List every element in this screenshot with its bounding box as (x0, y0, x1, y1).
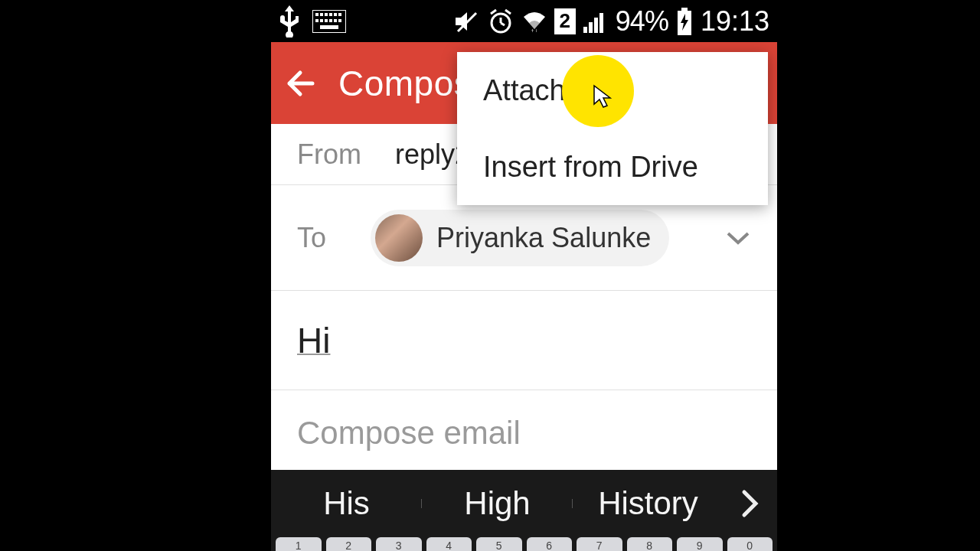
svg-rect-10 (329, 19, 332, 22)
status-bar: ↑↓ 2 94% 19:13 (271, 0, 777, 42)
svg-text:↑↓: ↑↓ (531, 27, 538, 32)
wifi-icon: ↑↓ (522, 11, 547, 32)
suggestion-1[interactable]: His (271, 485, 422, 522)
svg-rect-21 (583, 27, 587, 33)
sim-badge: 2 (554, 8, 576, 34)
from-label: From (297, 139, 361, 171)
avatar (375, 214, 423, 262)
subject-text: Hi (297, 320, 330, 361)
svg-rect-7 (315, 19, 318, 22)
svg-rect-13 (320, 25, 338, 29)
key-3[interactable]: 3 (376, 537, 422, 551)
status-left (279, 5, 346, 37)
svg-rect-1 (315, 13, 318, 16)
svg-rect-24 (599, 13, 603, 33)
menu-insert-drive[interactable]: Insert from Drive (457, 129, 768, 205)
svg-rect-9 (325, 19, 328, 22)
keyboard-number-row: 1 2 3 4 5 6 7 8 9 0 (271, 537, 777, 551)
key-4[interactable]: 4 (426, 537, 472, 551)
suggestion-3[interactable]: History (573, 485, 724, 522)
phone-screen: ↑↓ 2 94% 19:13 Compose From reply2 To Pr… (271, 0, 777, 551)
subject-row[interactable]: Hi (271, 291, 777, 390)
cursor-icon (593, 84, 614, 110)
svg-rect-3 (325, 13, 328, 16)
key-0[interactable]: 0 (727, 537, 773, 551)
key-2[interactable]: 2 (326, 537, 372, 551)
key-6[interactable]: 6 (527, 537, 573, 551)
svg-rect-26 (681, 8, 688, 11)
svg-rect-6 (338, 13, 341, 16)
svg-line-18 (491, 10, 496, 14)
svg-rect-11 (334, 19, 337, 22)
svg-line-17 (501, 23, 505, 25)
svg-rect-5 (334, 13, 337, 16)
svg-rect-23 (594, 18, 598, 33)
back-icon[interactable] (285, 68, 315, 99)
svg-line-19 (505, 10, 511, 14)
usb-icon (279, 5, 300, 37)
key-8[interactable]: 8 (627, 537, 673, 551)
signal-icon (583, 10, 608, 33)
battery-charging-icon (676, 8, 693, 35)
keyboard-icon (312, 10, 346, 33)
svg-rect-12 (338, 19, 341, 22)
compose-body[interactable]: Compose email (271, 390, 777, 476)
suggestion-next-icon[interactable] (724, 488, 777, 519)
key-5[interactable]: 5 (476, 537, 522, 551)
battery-percent: 94% (616, 5, 668, 37)
to-label: To (297, 222, 326, 254)
contact-chip[interactable]: Priyanka Salunke (371, 210, 669, 266)
chevron-down-icon[interactable] (725, 230, 751, 246)
keyboard-suggestions: His High History (271, 470, 777, 537)
svg-rect-22 (589, 22, 593, 33)
mute-icon (453, 8, 479, 34)
suggestion-2[interactable]: High (422, 485, 573, 522)
clock-time: 19:13 (701, 5, 769, 37)
alarm-icon (487, 8, 514, 35)
svg-rect-8 (320, 19, 323, 22)
key-1[interactable]: 1 (276, 537, 322, 551)
key-7[interactable]: 7 (577, 537, 622, 551)
status-right: ↑↓ 2 94% 19:13 (453, 5, 769, 37)
key-9[interactable]: 9 (677, 537, 723, 551)
svg-rect-4 (329, 13, 332, 16)
svg-rect-2 (320, 13, 323, 16)
contact-name: Priyanka Salunke (436, 222, 651, 254)
body-placeholder: Compose email (297, 415, 521, 451)
